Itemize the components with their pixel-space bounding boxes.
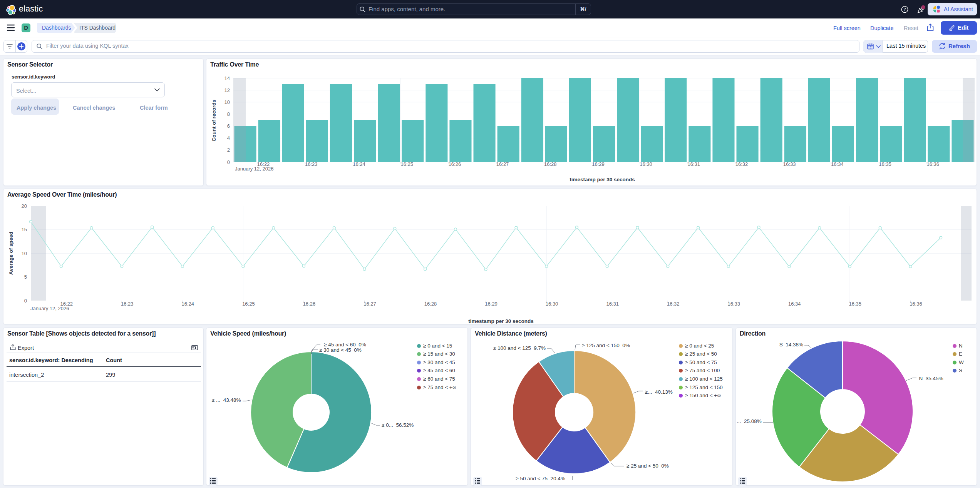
svg-text:S 14.38%: S 14.38% [779,342,803,348]
svg-text:≥ ... 43.48%: ≥ ... 43.48% [212,397,241,403]
svg-text:16:30: 16:30 [546,301,558,307]
svg-text:≥ 0... 56.52%: ≥ 0... 56.52% [382,422,414,428]
svg-text:14: 14 [224,75,230,81]
svg-text:8: 8 [227,111,230,117]
svg-text:N 35.45%: N 35.45% [919,376,943,381]
svg-text:≥ 125 and < 150 0%: ≥ 125 and < 150 0% [582,343,630,348]
svg-text:Count of records: Count of records [211,100,217,142]
svg-text:≥ 25 and < 50 0%: ≥ 25 and < 50 0% [627,463,669,469]
svg-text:16:33: 16:33 [783,161,796,167]
svg-text:16:36: 16:36 [910,301,922,307]
svg-text:6: 6 [227,123,230,129]
svg-text:16:25: 16:25 [400,161,413,167]
svg-text:16:35: 16:35 [879,161,891,167]
svg-text:16:34: 16:34 [788,301,801,307]
svg-text:January 12, 2026: January 12, 2026 [235,166,273,172]
svg-text:16:33: 16:33 [728,301,740,307]
svg-text:16:35: 16:35 [849,301,862,307]
svg-text:16:23: 16:23 [121,301,134,307]
svg-text:16:29: 16:29 [592,161,605,167]
svg-text:0: 0 [24,298,27,304]
svg-text:≥... 40.13%: ≥... 40.13% [645,389,673,395]
svg-text:16:28: 16:28 [424,301,437,307]
svg-text:Average of speed: Average of speed [8,232,14,275]
svg-text:... 25.08%: ... 25.08% [737,418,762,424]
svg-text:16:24: 16:24 [353,161,365,167]
svg-text:15: 15 [22,227,27,232]
svg-text:16:26: 16:26 [303,301,316,307]
svg-text:2: 2 [227,147,230,153]
svg-text:0: 0 [227,159,230,165]
svg-text:≥ 30 and < 45 0%: ≥ 30 and < 45 0% [319,347,362,353]
svg-text:10: 10 [22,251,27,256]
svg-text:16:32: 16:32 [735,161,748,167]
svg-text:16:25: 16:25 [242,301,255,307]
svg-text:10: 10 [224,99,230,105]
svg-text:5: 5 [24,274,27,280]
svg-text:16:30: 16:30 [640,161,652,167]
svg-text:16:31: 16:31 [688,161,700,167]
svg-text:16:36: 16:36 [927,161,940,167]
svg-text:16:31: 16:31 [606,301,619,307]
svg-text:16:29: 16:29 [485,301,498,307]
svg-text:4: 4 [227,135,230,141]
svg-text:16:27: 16:27 [364,301,376,307]
svg-text:12: 12 [224,87,230,93]
svg-text:≥ 50 and < 75 20.4%: ≥ 50 and < 75 20.4% [516,476,565,481]
svg-text:16:34: 16:34 [831,161,844,167]
svg-text:16:26: 16:26 [449,161,461,167]
svg-text:January 12, 2026: January 12, 2026 [30,306,69,311]
svg-text:≥ 100 and < 125 9.7%: ≥ 100 and < 125 9.7% [493,345,546,351]
svg-text:16:27: 16:27 [496,161,509,167]
svg-text:timestamp per 30 seconds: timestamp per 30 seconds [468,318,534,324]
svg-text:?: ? [903,7,906,12]
svg-text:timestamp per 30 seconds: timestamp per 30 seconds [570,177,635,182]
svg-text:20: 20 [22,203,27,209]
svg-text:16:32: 16:32 [667,301,680,307]
svg-text:16:24: 16:24 [182,301,194,307]
svg-text:16:23: 16:23 [305,161,318,167]
svg-text:16:28: 16:28 [544,161,557,167]
